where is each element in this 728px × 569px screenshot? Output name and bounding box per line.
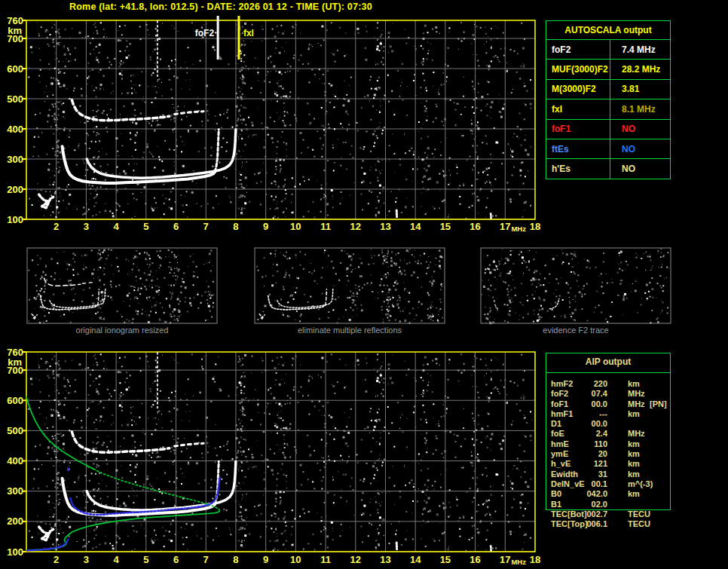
f2-second-hop-right xyxy=(175,112,204,115)
profile-upper xyxy=(26,396,93,469)
aip-row-D1: D100.0 xyxy=(546,419,678,429)
aip-value: 02.0 xyxy=(568,500,607,509)
tick-label: 18 xyxy=(530,554,540,565)
f2-o-cusp xyxy=(325,289,326,305)
aip-unit: MHz xyxy=(628,399,645,408)
aip-label: B0 xyxy=(551,489,561,498)
tick-label: 14 xyxy=(410,221,421,232)
tick-label: 7 xyxy=(203,554,209,565)
aip-value: 002.7 xyxy=(568,509,607,519)
parameter-name: foF1 xyxy=(546,120,610,139)
aip-header-divider xyxy=(546,372,671,373)
aip-row-foE: foE2.4MHz xyxy=(546,429,678,439)
tick-label: 15 xyxy=(440,221,451,232)
marker-label-fxI: fxI xyxy=(243,28,254,38)
aip-value: 20 xyxy=(568,449,607,458)
marker-foF2: foF2 xyxy=(195,16,218,60)
tick-label: 100 xyxy=(7,546,23,558)
tick-label: km xyxy=(8,25,22,36)
tick-label: 7 xyxy=(203,221,209,232)
tick-label: 8 xyxy=(233,221,238,232)
aip-unit: TECU xyxy=(628,509,650,519)
tick-label: 600 xyxy=(7,395,23,406)
aip-value: 006.1 xyxy=(568,519,607,528)
parameter-value: 3.81 xyxy=(610,84,639,94)
aip-label: foE xyxy=(551,429,564,438)
parameter-name: foF2 xyxy=(546,40,610,59)
parameter-value: 7.4 MHz xyxy=(610,44,656,55)
parameter-name: h'Es xyxy=(546,159,610,178)
f2-o-cusp xyxy=(97,289,99,305)
evidence-left-dots xyxy=(494,301,500,310)
aip-row-B0: B0042.0km xyxy=(546,489,678,499)
noise-speckles xyxy=(256,249,443,323)
aip-value: 2.4 xyxy=(568,429,607,438)
aip-unit: TECU xyxy=(628,519,650,528)
f2-second-hop xyxy=(44,278,81,286)
aip-value: 220 xyxy=(568,379,607,388)
thumbnail-0 xyxy=(27,248,217,324)
tick-label: 4 xyxy=(114,221,120,232)
marker-label-foF2: foF2 xyxy=(195,28,215,38)
thumbnail-label-evidence: evidence F2 trace xyxy=(481,326,671,335)
autoscala-row-MUF(3000)F2: MUF(3000)F228.2 MHz xyxy=(546,60,670,79)
tick-label: MHz xyxy=(511,225,526,233)
aip-row-DelN_vE: DelN_vE00.1m^(-3) xyxy=(546,479,678,489)
tick-label: 9 xyxy=(263,221,268,232)
aip-value: 121 xyxy=(568,459,607,468)
parameter-value: 28.2 MHz xyxy=(610,64,660,75)
profile-mid xyxy=(93,469,219,509)
tick-label: 10 xyxy=(290,554,301,565)
tick-label: 5 xyxy=(143,221,148,232)
aip-row-Ewidth: Ewidth31km xyxy=(546,470,678,479)
tick-label: 400 xyxy=(7,124,23,135)
aip-unit: km xyxy=(628,459,640,468)
aip-value: 00.0 xyxy=(568,419,607,428)
aip-unit: km xyxy=(628,489,640,498)
aip-row-TEC[Bot]: TEC[Bot]002.7TECU xyxy=(546,509,678,519)
noise-speckles xyxy=(482,249,669,324)
aip-unit: km xyxy=(628,449,640,458)
aip-value: 00.0 xyxy=(568,399,607,408)
tick-label: 16 xyxy=(470,221,480,232)
thumbnail-label-original: original ionogram resized xyxy=(27,326,217,335)
ionogram-chart-bottom: 23456789101112131415161718MHz76070060050… xyxy=(7,347,540,567)
autoscala-row-foF1: foF1NO xyxy=(546,120,670,139)
f2-second-hop-right xyxy=(82,283,93,283)
parameter-name: ftEs xyxy=(546,139,610,158)
tick-label: km xyxy=(8,356,22,368)
tick-label: 14 xyxy=(410,554,421,565)
aip-row-foF1: foF100.0MHz[PN] xyxy=(546,399,678,409)
parameter-name: fxI xyxy=(546,99,610,118)
aip-row-B1: B102.0 xyxy=(546,500,678,509)
tick-label: 500 xyxy=(7,93,23,105)
tick-label: 11 xyxy=(320,221,331,232)
f2-second-hop-right xyxy=(175,443,204,446)
autoscala-table-header: AUTOSCALA output xyxy=(546,21,670,40)
aip-label: D1 xyxy=(551,419,561,428)
autoscala-table-rows: foF27.4 MHzMUF(3000)F228.2 MHzM(3000)F23… xyxy=(546,40,670,179)
ionogram-chart-top: foF2fxI23456789101112131415161718MHz7607… xyxy=(7,15,540,234)
tick-label: 3 xyxy=(84,554,89,565)
tick-label: 2 xyxy=(54,554,59,565)
tick-label: 500 xyxy=(7,425,23,436)
tick-label: 11 xyxy=(320,554,331,565)
tick-label: 12 xyxy=(350,221,361,232)
tick-label: 13 xyxy=(380,554,390,565)
aip-unit: km xyxy=(628,409,640,418)
aip-unit: MHz xyxy=(628,429,645,438)
tick-label: 300 xyxy=(7,154,23,165)
f2-x-trace xyxy=(277,289,333,307)
autoscala-row-fxI: fxI8.1 MHz xyxy=(546,99,670,119)
tick-label: 15 xyxy=(440,554,451,565)
aip-table-rows: hmF2220kmfoF207.4MHzfoF100.0MHz[PN]hmF1-… xyxy=(546,379,678,529)
aip-value: 07.4 xyxy=(568,389,607,398)
aip-row-h_vE: h_vE121km xyxy=(546,459,678,469)
aip-unit: MHz xyxy=(628,389,645,398)
aip-label: hmE xyxy=(551,439,569,448)
parameter-name: MUF(3000)F2 xyxy=(546,60,610,78)
parameter-value: NO xyxy=(610,164,635,174)
tick-label: 4 xyxy=(114,554,120,565)
aip-row-ymE: ymE20km xyxy=(546,449,678,459)
aip-row-foF2: foF207.4MHz xyxy=(546,389,678,399)
